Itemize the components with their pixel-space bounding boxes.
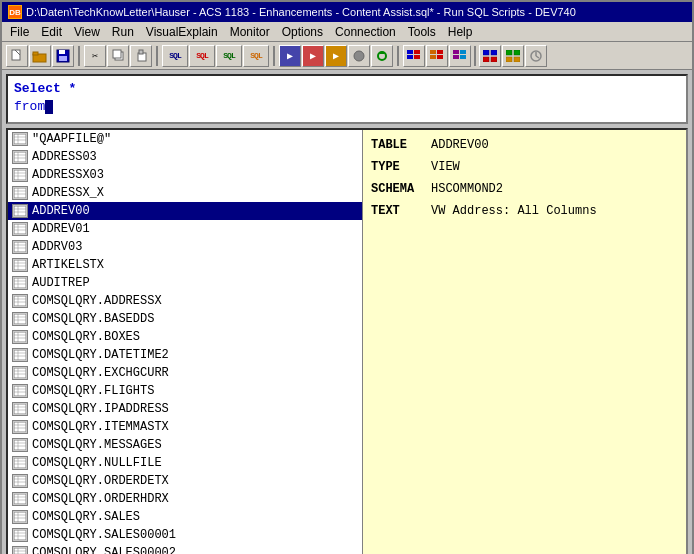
sql-editor[interactable]: Select * from [6, 74, 688, 124]
table-icon [12, 294, 28, 308]
tool-btn1[interactable] [479, 45, 501, 67]
sql-line2: from [14, 98, 680, 116]
list-item[interactable]: COMSQLQRY.EXCHGCURR [8, 364, 362, 382]
table-value: ADDREV00 [431, 136, 489, 154]
list-item-label: COMSQLQRY.ITEMMASTX [32, 420, 169, 434]
sql-line1: Select * [14, 80, 680, 98]
main-window: DB D:\Daten\TechKnowLetter\Hauser - ACS … [0, 0, 694, 554]
menu-run[interactable]: Run [106, 23, 140, 41]
list-item[interactable]: ADDREV01 [8, 220, 362, 238]
menu-bar: File Edit View Run VisualExplain Monitor… [2, 22, 692, 42]
new-button[interactable] [6, 45, 28, 67]
svg-line-36 [536, 56, 539, 58]
svg-rect-93 [14, 386, 26, 396]
run-sql-btn2[interactable]: SQL [189, 45, 215, 67]
list-item-label: ADDRESSX03 [32, 168, 104, 182]
list-item[interactable]: COMSQLQRY.IPADDRESS [8, 400, 362, 418]
list-item[interactable]: COMSQLQRY.SALES [8, 508, 362, 526]
menu-connection[interactable]: Connection [329, 23, 402, 41]
list-item[interactable]: COMSQLQRY.BASEDDS [8, 310, 362, 328]
list-item[interactable]: COMSQLQRY.ITEMMASTX [8, 418, 362, 436]
menu-file[interactable]: File [4, 23, 35, 41]
list-item-label: ADDRV03 [32, 240, 82, 254]
menu-options[interactable]: Options [276, 23, 329, 41]
list-item[interactable]: ADDRV03 [8, 238, 362, 256]
svg-rect-29 [491, 57, 497, 62]
list-item[interactable]: "QAAPFILE@" [8, 130, 362, 148]
refresh-button[interactable] [371, 45, 393, 67]
list-item[interactable]: COMSQLQRY.MESSAGES [8, 436, 362, 454]
run-button-3[interactable]: ▶ [325, 45, 347, 67]
table-icon [12, 528, 28, 542]
run-sql-btn1[interactable]: SQL [162, 45, 188, 67]
svg-rect-19 [430, 55, 436, 59]
menu-view[interactable]: View [68, 23, 106, 41]
menu-edit[interactable]: Edit [35, 23, 68, 41]
table-icon [12, 402, 28, 416]
cut-button[interactable]: ✂ [84, 45, 106, 67]
svg-rect-61 [14, 242, 26, 252]
svg-rect-32 [514, 50, 520, 55]
list-item[interactable]: AUDITREP [8, 274, 362, 292]
table-icon [12, 168, 28, 182]
table-icon [12, 474, 28, 488]
svg-rect-17 [414, 55, 420, 59]
svg-rect-10 [139, 50, 143, 54]
svg-rect-22 [453, 50, 459, 54]
tool-btn3[interactable] [525, 45, 547, 67]
menu-visualexplain[interactable]: VisualExplain [140, 23, 224, 41]
svg-rect-77 [14, 314, 26, 324]
tool-btn2[interactable] [502, 45, 524, 67]
list-item-label: COMSQLQRY.MESSAGES [32, 438, 162, 452]
list-item[interactable]: COMSQLQRY.FLIGHTS [8, 382, 362, 400]
menu-monitor[interactable]: Monitor [224, 23, 276, 41]
list-panel: "QAAPFILE@" ADDRESS03 ADDRESSX03 ADDRESS… [8, 130, 363, 554]
list-item[interactable]: COMSQLQRY.DATETIME2 [8, 346, 362, 364]
list-scroll[interactable]: "QAAPFILE@" ADDRESS03 ADDRESSX03 ADDRESS… [8, 130, 362, 554]
type-label: TYPE [371, 158, 431, 176]
open-button[interactable] [29, 45, 51, 67]
svg-rect-49 [14, 188, 26, 198]
run-button-2[interactable]: ▶ [302, 45, 324, 67]
list-item-label: COMSQLQRY.ORDERDETX [32, 474, 169, 488]
table-icon [12, 276, 28, 290]
list-item[interactable]: ADDRESSX03 [8, 166, 362, 184]
list-item[interactable]: ARTIKELSTX [8, 256, 362, 274]
svg-rect-121 [14, 512, 26, 522]
menu-tools[interactable]: Tools [402, 23, 442, 41]
list-item[interactable]: COMSQLQRY.ADDRESSX [8, 292, 362, 310]
list-item-label: COMSQLQRY.IPADDRESS [32, 402, 169, 416]
stop-button[interactable] [348, 45, 370, 67]
extra-btn1[interactable] [403, 45, 425, 67]
run-button-1[interactable]: ▶ [279, 45, 301, 67]
svg-rect-5 [59, 50, 65, 54]
list-item[interactable]: COMSQLQRY.SALES00001 [8, 526, 362, 544]
paste-button[interactable] [130, 45, 152, 67]
run-sql-btn3[interactable]: SQL [216, 45, 242, 67]
run-sql-btn4[interactable]: SQL [243, 45, 269, 67]
toolbar-sql-group: SQL SQL SQL SQL [162, 45, 269, 67]
toolbar-extra-group [403, 45, 547, 67]
list-item[interactable]: ADDRESS03 [8, 148, 362, 166]
list-item[interactable]: COMSQLQRY.BOXES [8, 328, 362, 346]
table-label: TABLE [371, 136, 431, 154]
svg-rect-81 [14, 332, 26, 342]
toolbar: ✂ SQL SQL SQL SQL ▶ [2, 42, 692, 70]
table-icon [12, 456, 28, 470]
list-item[interactable]: COMSQLQRY.SALES00002 [8, 544, 362, 554]
menu-help[interactable]: Help [442, 23, 479, 41]
list-item[interactable]: COMSQLQRY.ORDERDETX [8, 472, 362, 490]
extra-btn3[interactable] [449, 45, 471, 67]
copy-button[interactable] [107, 45, 129, 67]
table-icon [12, 150, 28, 164]
svg-rect-25 [460, 55, 466, 59]
list-item[interactable]: COMSQLQRY.NULLFILE [8, 454, 362, 472]
save-button[interactable] [52, 45, 74, 67]
list-item[interactable]: COMSQLQRY.ORDERHDRX [8, 490, 362, 508]
list-item[interactable]: ADDREV00 [8, 202, 362, 220]
table-icon [12, 330, 28, 344]
table-icon [12, 240, 28, 254]
extra-btn2[interactable] [426, 45, 448, 67]
list-item[interactable]: ADDRESSX_X [8, 184, 362, 202]
table-icon [12, 510, 28, 524]
